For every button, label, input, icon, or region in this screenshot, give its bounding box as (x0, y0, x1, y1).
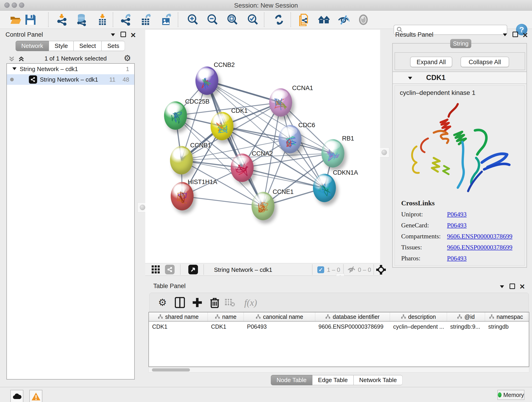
zoom-in-button[interactable] (186, 13, 199, 26)
tab-string[interactable]: String (450, 39, 471, 48)
hidden-items-eye-slash-icon[interactable] (347, 266, 355, 274)
float-panel-icon[interactable] (510, 283, 515, 289)
open-full-view-icon[interactable] (188, 265, 198, 274)
import-table-button[interactable] (96, 13, 109, 26)
column-header-description[interactable]: description (390, 313, 447, 321)
create-column-icon[interactable] (191, 296, 204, 309)
network-row[interactable]: String Network – cdk1 11 48 (7, 74, 134, 85)
column-header-@id[interactable]: @id (447, 313, 485, 321)
table-cell[interactable]: P06493 (244, 322, 315, 332)
column-header-namespac[interactable]: namespac (485, 313, 527, 321)
close-panel-icon[interactable]: ✕ (519, 283, 525, 291)
network-view[interactable]: CCNB2CCNA1CDC25BCDK1CDC6RB1CCNB1CCNA2CDK… (145, 30, 380, 263)
table-header-row: shared namenamecanonical namedatabase id… (149, 313, 529, 322)
crosslink-link[interactable]: 9606.ENSP00000378699 (447, 233, 512, 240)
network-node-CCNB2[interactable] (196, 66, 218, 95)
cloud-button[interactable] (10, 390, 23, 402)
refresh-network-button[interactable] (273, 13, 285, 26)
zoom-out-button[interactable] (206, 13, 219, 26)
close-panel-icon[interactable]: ✕ (130, 31, 136, 39)
table-cell[interactable]: cyclin–dependent ... (390, 322, 447, 332)
column-header-name[interactable]: name (208, 313, 244, 321)
network-node-RB1[interactable] (322, 139, 344, 167)
network-node-CCNA2[interactable] (231, 153, 254, 182)
network-node-CCNE1[interactable] (252, 192, 274, 220)
collapse-panel-icon[interactable] (110, 32, 116, 38)
tab-edge-table[interactable]: Edge Table (312, 375, 354, 385)
warnings-button[interactable] (29, 390, 42, 402)
network-node-CCNB1[interactable] (170, 146, 193, 174)
grid-view-icon[interactable] (152, 265, 160, 274)
open-session-button[interactable] (9, 13, 22, 26)
control-panel: Control Panel ✕ NetworkStyleSelectSets 1… (0, 29, 140, 387)
export-network-button[interactable] (120, 13, 133, 26)
column-header-canonical-name[interactable]: canonical name (244, 313, 315, 321)
float-panel-icon[interactable] (120, 32, 126, 37)
show-columns-icon[interactable] (173, 296, 186, 309)
import-network-database-button[interactable] (75, 13, 88, 26)
edge-ccnb2-ccne1[interactable] (207, 81, 263, 206)
network-node-CDK1[interactable] (210, 112, 234, 140)
crosslink-link[interactable]: P06493 (447, 255, 467, 262)
table-cell[interactable]: stringdb (485, 322, 527, 332)
table-settings-gear-icon[interactable]: ⚙ (156, 296, 169, 309)
section-collapse-icon[interactable] (407, 75, 413, 82)
show-details-button[interactable] (357, 13, 370, 26)
edge-hist1h1a-ccne1[interactable] (182, 196, 263, 206)
table-cell[interactable]: CDK1 (149, 322, 208, 332)
network-node-CCNA1[interactable] (269, 88, 292, 117)
protein-structure-image (406, 101, 514, 199)
import-network-file-button[interactable] (56, 13, 69, 26)
scrollbar-thumb[interactable] (152, 368, 190, 371)
delete-column-trash-icon[interactable] (208, 296, 221, 309)
right-splitter[interactable] (380, 29, 389, 276)
collapse-all-button[interactable]: Collapse All (461, 57, 509, 67)
collapse-panel-icon[interactable] (499, 283, 505, 290)
network-node-CDKN1A[interactable] (313, 174, 336, 202)
table-cell[interactable]: CDK1 (208, 322, 244, 332)
tab-node-table[interactable]: Node Table (271, 375, 312, 385)
tab-style[interactable]: Style (49, 41, 74, 51)
collapse-all-networks-icon[interactable] (8, 56, 15, 63)
network-node-CDC6[interactable] (279, 125, 302, 153)
clone-network-button[interactable] (298, 13, 310, 26)
network-options-gear-icon[interactable]: ⚙ (124, 54, 131, 62)
column-type-icon (256, 314, 261, 319)
tab-select[interactable]: Select (74, 41, 101, 51)
export-table-button[interactable] (139, 13, 152, 26)
column-header-database-identifier[interactable]: database identifier (315, 313, 390, 321)
gene-section-header[interactable]: CDK1 (393, 72, 526, 84)
close-panel-icon[interactable]: ✕ (522, 31, 528, 39)
expand-all-button[interactable]: Expand All (410, 57, 452, 67)
table-row[interactable]: CDK1CDK1P064939606.ENSP00000378699cyclin… (149, 322, 529, 332)
table-cell[interactable]: 9606.ENSP00000378699 (315, 322, 390, 332)
crosslink-link[interactable]: P06493 (447, 211, 467, 218)
expand-all-networks-icon[interactable] (18, 56, 25, 63)
network-node-CDC25B[interactable] (164, 101, 187, 130)
tab-network[interactable]: Network (16, 41, 49, 51)
column-header-shared-name[interactable]: shared name (149, 313, 208, 321)
network-collection-row[interactable]: String Network – cdk1 1 (7, 64, 134, 74)
crosslink-row: Tissues:9606.ENSP00000378699 (401, 244, 520, 251)
memory-button[interactable]: Memory (497, 390, 525, 400)
right-splitter-handle[interactable] (379, 147, 389, 157)
save-session-button[interactable] (24, 13, 37, 26)
tab-network-table[interactable]: Network Table (354, 375, 403, 385)
hide-details-button[interactable] (337, 13, 350, 26)
zoom-selected-button[interactable] (246, 13, 259, 26)
selected-nodes-checkbox-icon[interactable]: ✓ (317, 266, 324, 273)
network-node-HIST1H1A[interactable] (171, 182, 194, 211)
export-image-button[interactable] (160, 13, 172, 26)
crosslink-link[interactable]: 9606.ENSP00000378699 (447, 244, 512, 251)
table-cell[interactable]: stringdb:9... (447, 322, 485, 332)
string-view-icon[interactable] (165, 265, 175, 274)
float-panel-icon[interactable] (513, 32, 518, 37)
zoom-fit-button[interactable] (226, 13, 239, 26)
collapse-panel-icon[interactable] (502, 32, 508, 38)
crosslink-link[interactable]: P06493 (447, 222, 467, 229)
tab-sets[interactable]: Sets (101, 41, 125, 51)
tree-expand-icon[interactable] (12, 65, 17, 73)
home-networks-button[interactable] (317, 13, 330, 26)
table-horizontal-scrollbar[interactable] (148, 367, 529, 372)
birdseye-view-icon[interactable] (376, 265, 386, 275)
